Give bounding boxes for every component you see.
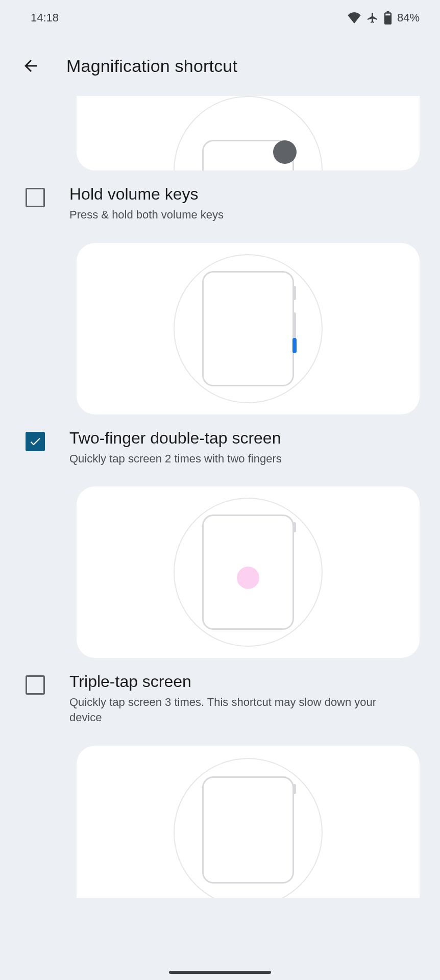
arrow-back-icon xyxy=(21,57,40,75)
option-hold-volume[interactable]: Hold volume keys Press & hold both volum… xyxy=(0,184,440,223)
option-subtitle: Quickly tap screen 3 times. This shortcu… xyxy=(69,695,409,725)
status-bar: 14:18 84% xyxy=(0,0,440,36)
airplane-icon xyxy=(366,12,379,24)
option-title: Hold volume keys xyxy=(69,184,409,204)
battery-icon xyxy=(384,11,392,24)
option-title: Triple-tap screen xyxy=(69,671,409,692)
status-time: 14:18 xyxy=(31,11,59,24)
app-bar: Magnification shortcut xyxy=(0,36,440,96)
illustration-prev xyxy=(77,96,420,170)
illustration-hold-volume xyxy=(77,243,420,414)
gesture-nav-bar[interactable] xyxy=(169,971,271,974)
checkbox-two-finger[interactable] xyxy=(26,432,45,451)
illustration-triple-tap xyxy=(77,746,420,898)
status-icons: 84% xyxy=(347,11,420,24)
checkbox-triple-tap[interactable] xyxy=(26,675,45,695)
option-triple-tap[interactable]: Triple-tap screen Quickly tap screen 3 t… xyxy=(0,671,440,725)
wifi-icon xyxy=(347,12,361,23)
option-subtitle: Quickly tap screen 2 times with two fing… xyxy=(69,451,409,467)
svg-rect-1 xyxy=(385,14,390,16)
battery-percent: 84% xyxy=(397,11,420,24)
option-two-finger[interactable]: Two-finger double-tap screen Quickly tap… xyxy=(0,428,440,467)
option-subtitle: Press & hold both volume keys xyxy=(69,207,409,223)
illustration-two-finger xyxy=(77,486,420,658)
back-button[interactable] xyxy=(15,51,46,81)
option-title: Two-finger double-tap screen xyxy=(69,428,409,448)
content-scroll[interactable]: Hold volume keys Press & hold both volum… xyxy=(0,96,440,898)
check-icon xyxy=(29,435,42,448)
page-title: Magnification shortcut xyxy=(66,56,237,76)
checkbox-hold-volume[interactable] xyxy=(26,188,45,207)
